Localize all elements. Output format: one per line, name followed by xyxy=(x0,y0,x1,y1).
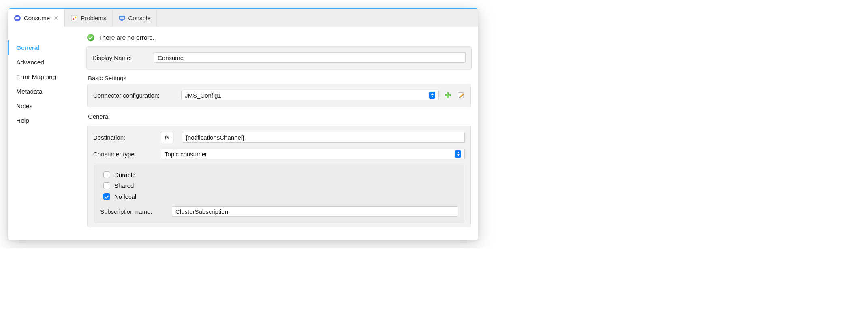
add-config-button[interactable] xyxy=(444,91,452,99)
svg-point-3 xyxy=(73,18,74,19)
shared-row[interactable]: Shared xyxy=(100,180,458,191)
durable-row[interactable]: Durable xyxy=(100,169,458,180)
check-icon xyxy=(87,34,94,41)
svg-rect-11 xyxy=(445,95,451,96)
console-icon xyxy=(118,15,126,22)
consumer-type-label: Consumer type xyxy=(93,151,156,158)
tab-consume[interactable]: Consume ✕ xyxy=(8,9,65,27)
updown-icon xyxy=(455,150,461,158)
display-name-section: Display Name: xyxy=(86,46,472,70)
consumer-type-value: Topic consumer xyxy=(165,151,207,158)
durable-label: Durable xyxy=(114,171,136,178)
no-local-row[interactable]: No local xyxy=(100,191,458,202)
display-name-label: Display Name: xyxy=(92,54,149,61)
fx-button[interactable]: fx xyxy=(161,132,173,143)
durable-checkbox[interactable] xyxy=(103,171,110,178)
tab-label: Problems xyxy=(81,15,106,21)
updown-icon xyxy=(429,92,435,99)
connector-config-value: JMS_Config1 xyxy=(185,92,221,99)
status-bar: There are no errors. xyxy=(86,32,472,46)
connector-config-label: Connector configuration: xyxy=(93,92,176,99)
general-body: Destination: fx Consumer type Topic cons… xyxy=(87,126,471,227)
edit-config-button[interactable] xyxy=(457,91,465,99)
config-window: Consume ✕ Problems Console General Advan… xyxy=(8,8,478,240)
tab-problems[interactable]: Problems xyxy=(65,9,112,27)
problems-icon xyxy=(71,15,78,22)
no-local-label: No local xyxy=(114,193,136,200)
sidebar-item-general[interactable]: General xyxy=(8,40,83,55)
svg-point-4 xyxy=(75,16,76,18)
sidebar-item-help[interactable]: Help xyxy=(8,113,83,128)
consumer-type-select[interactable]: Topic consumer xyxy=(161,149,465,159)
svg-rect-7 xyxy=(121,20,123,21)
tab-label: Console xyxy=(128,15,151,21)
svg-rect-1 xyxy=(15,17,19,19)
shared-checkbox[interactable] xyxy=(103,182,110,189)
shared-label: Shared xyxy=(114,182,134,189)
consume-icon xyxy=(14,15,21,22)
basic-settings-section: Basic Settings Connector configuration: … xyxy=(86,75,472,107)
sidebar-item-metadata[interactable]: Metadata xyxy=(8,84,83,99)
sidebar-item-advanced[interactable]: Advanced xyxy=(8,55,83,70)
tab-label: Consume xyxy=(24,15,50,21)
main-panel: There are no errors. Display Name: Basic… xyxy=(83,27,478,240)
connector-config-select[interactable]: JMS_Config1 xyxy=(181,90,439,100)
destination-label: Destination: xyxy=(93,134,156,141)
tab-bar: Consume ✕ Problems Console xyxy=(8,8,478,27)
tab-console[interactable]: Console xyxy=(113,9,157,27)
consumer-options: Durable Shared No local Subscription nam… xyxy=(94,165,464,223)
subscription-name-input[interactable] xyxy=(172,206,458,217)
status-message: There are no errors. xyxy=(98,34,154,41)
no-local-checkbox[interactable] xyxy=(103,193,110,200)
svg-rect-2 xyxy=(71,15,77,21)
svg-rect-6 xyxy=(120,17,124,19)
basic-settings-title: Basic Settings xyxy=(87,75,471,84)
display-name-input[interactable] xyxy=(154,52,466,63)
sidebar: General Advanced Error Mapping Metadata … xyxy=(8,27,83,240)
close-icon[interactable]: ✕ xyxy=(53,15,59,22)
sidebar-item-error-mapping[interactable]: Error Mapping xyxy=(8,70,83,84)
general-title: General xyxy=(87,113,471,122)
destination-input[interactable] xyxy=(182,132,465,143)
sidebar-item-notes[interactable]: Notes xyxy=(8,99,83,113)
general-section: General Destination: fx Consumer type To… xyxy=(86,113,472,227)
subscription-name-label: Subscription name: xyxy=(100,208,167,215)
